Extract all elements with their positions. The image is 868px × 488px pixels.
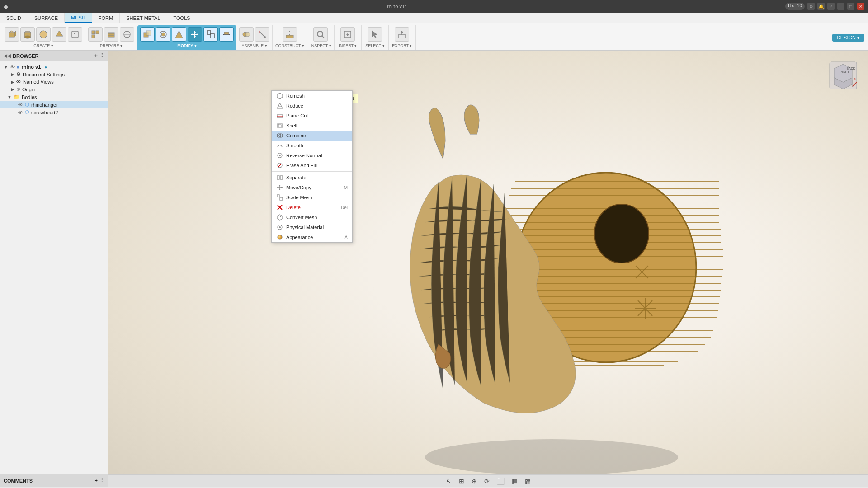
toolbar-btn-mod1[interactable] (140, 27, 155, 42)
tab-tools[interactable]: TOOLS (167, 13, 197, 23)
item-label: Origin (22, 87, 35, 92)
tab-form[interactable]: FORM (92, 13, 120, 23)
planecut-icon (276, 112, 283, 119)
toolbar-btn-flatten[interactable] (219, 27, 234, 42)
tree-item-named-views[interactable]: ▶ 👁 Named Views (0, 78, 108, 85)
toolbar-btn-select1[interactable] (368, 27, 382, 42)
tree-item-bodies[interactable]: ▼ 📁 Bodies (0, 93, 108, 101)
toolbar-btn-extra2[interactable] (68, 27, 82, 42)
maximize-btn[interactable]: □ (847, 3, 854, 10)
prepare-label: PREPARE ▾ (100, 43, 123, 48)
tree-item-doc-settings[interactable]: ▶ ⚙ Document Settings (0, 70, 108, 78)
svg-point-22 (161, 33, 165, 36)
main-layout: ◀◀ BROWSER + ⋮ ▼ 👁 ■ rhino v1 ● ▶ ⚙ Docu… (0, 51, 868, 487)
dd-item-remesh[interactable]: Remesh (272, 91, 352, 101)
design-mode[interactable]: DESIGN ▾ (832, 34, 864, 42)
browser-add-btn[interactable]: + (94, 52, 98, 59)
toolbar-btn-assemble1[interactable] (239, 27, 254, 42)
tree-item-screwhead2[interactable]: 👁 ⬡ screwhead2 (0, 108, 108, 116)
toolbar-btn-mod2[interactable] (156, 27, 170, 42)
tab-surface[interactable]: SURFACE (28, 13, 65, 23)
svg-line-36 (259, 32, 265, 37)
view-box3-btn[interactable]: ▩ (523, 477, 533, 486)
window-title: rhino v1* (8, 4, 785, 9)
smooth-label: Smooth (286, 143, 303, 148)
comments-options-btn[interactable]: ⋮ (99, 478, 104, 483)
comments-add-btn[interactable]: + (95, 478, 98, 483)
cursor-btn[interactable]: ↖ (444, 477, 453, 486)
dd-item-scalemesh[interactable]: Scale Mesh (272, 192, 352, 202)
svg-rect-12 (92, 35, 95, 38)
export-label: EXPORT ▾ (392, 43, 412, 48)
svg-line-9 (72, 31, 75, 34)
toolbar-btn-extra1[interactable] (52, 27, 66, 42)
dd-item-combine[interactable]: Combine (272, 131, 352, 141)
toolbar-btn-construct1[interactable] (283, 27, 297, 42)
dd-item-separate[interactable]: Separate (272, 173, 352, 183)
dd-item-planecut[interactable]: Plane Cut (272, 111, 352, 121)
toolbar-btn-sphere[interactable] (36, 27, 51, 42)
dd-item-reduce[interactable]: Reduce (272, 101, 352, 111)
dd-item-shell[interactable]: Shell (272, 121, 352, 131)
toolbar-btn-scale[interactable] (203, 27, 218, 42)
tab-sheetmetal[interactable]: SHEET METAL (120, 13, 167, 23)
svg-rect-0 (9, 33, 14, 37)
inspect-label: INSPECT ▾ (310, 43, 331, 48)
toolbar-btn-move[interactable] (188, 27, 202, 42)
tab-solid[interactable]: SOLID (0, 13, 28, 23)
toolbar-btn-cylinder[interactable] (20, 27, 35, 42)
appearance-label: Appearance (286, 235, 313, 240)
svg-rect-10 (92, 31, 95, 34)
minimize-btn[interactable]: — (837, 3, 844, 10)
svg-point-35 (245, 32, 250, 37)
help-btn[interactable]: ? (827, 3, 835, 10)
tab-mesh[interactable]: MESH (65, 13, 92, 23)
reversenormal-icon (276, 152, 283, 159)
scalemesh-icon (276, 194, 283, 201)
browser-collapse[interactable]: ◀◀ (4, 53, 11, 58)
dd-item-movecopy[interactable]: Move/Copy M (272, 183, 352, 192)
toolbar-btn-mod3[interactable] (172, 27, 186, 42)
toolbar-btn-export1[interactable] (395, 27, 409, 42)
eraseandfill-icon (276, 162, 283, 169)
movecopy-shortcut: M (344, 185, 348, 190)
visibility-icon[interactable]: 👁 (10, 64, 15, 70)
svg-marker-97 (277, 103, 283, 108)
magnet-btn[interactable]: ⊕ (470, 477, 479, 486)
tree-item-rhino-v1[interactable]: ▼ 👁 ■ rhino v1 ● (0, 63, 108, 70)
origin-icon: ⊕ (16, 86, 20, 92)
svg-rect-109 (280, 176, 283, 179)
browser-options-btn[interactable]: ⋮ (99, 52, 104, 59)
toolbar-btn-box[interactable] (5, 27, 19, 42)
dd-item-appearance[interactable]: Appearance A (272, 232, 352, 242)
item-label: Named Views (23, 79, 54, 84)
measure-btn[interactable]: ⟳ (482, 477, 491, 486)
eraseandfill-label: Erase And Fill (286, 163, 317, 168)
svg-marker-113 (279, 189, 281, 190)
grid-btn[interactable]: ⊞ (457, 477, 466, 486)
toolbar-btn-assemble2[interactable] (255, 27, 269, 42)
toolbar-btn-insert1[interactable] (340, 27, 355, 42)
toolbar-btn-prepare1[interactable] (88, 27, 103, 42)
toolbar-btn-prepare2[interactable] (104, 27, 118, 42)
dd-item-physicalmaterial[interactable]: Physical Material (272, 222, 352, 232)
axis-right-label: RIGHT (840, 70, 850, 74)
toolbar-btn-prepare3[interactable] (120, 27, 134, 42)
toolbar-group-select: SELECT ▾ (362, 25, 389, 50)
dd-item-reversenormal[interactable]: Reverse Normal (272, 150, 352, 160)
visibility-icon[interactable]: 👁 (18, 110, 23, 115)
visibility-icon[interactable]: 👁 (18, 102, 23, 108)
tree-item-origin[interactable]: ▶ ⊕ Origin (0, 85, 108, 93)
tree-item-rhinohanger[interactable]: 👁 ⬡ rhinohanger (0, 101, 108, 108)
toolbar-btn-inspect1[interactable] (313, 27, 328, 42)
dd-item-smooth[interactable]: Smooth (272, 141, 352, 150)
view-box1-btn[interactable]: ⬜ (495, 477, 506, 486)
dd-item-delete[interactable]: Delete Del (272, 202, 352, 212)
settings-btn[interactable]: ⚙ (807, 3, 815, 10)
view-box2-btn[interactable]: ▦ (510, 477, 519, 486)
dd-item-convertmesh[interactable]: Convert Mesh (272, 212, 352, 222)
close-btn[interactable]: ✕ (857, 3, 864, 10)
dd-item-eraseandfill[interactable]: Erase And Fill (272, 160, 352, 170)
notification-btn[interactable]: 🔔 (817, 3, 825, 10)
viewport[interactable]: RIGHT BACK X Combine Remesh (108, 51, 868, 487)
